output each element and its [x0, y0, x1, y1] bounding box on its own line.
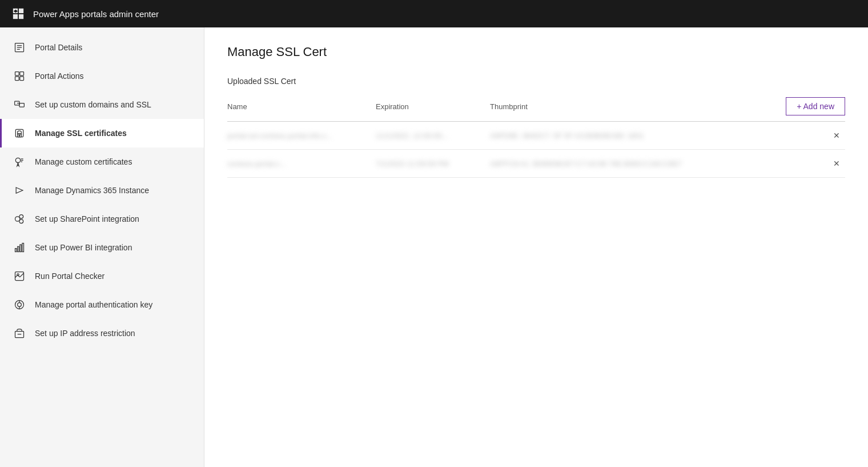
section-title: Uploaded SSL Cert — [227, 77, 845, 86]
sidebar-item-portal-checker[interactable]: Run Portal Checker — [0, 262, 204, 290]
domains-icon — [13, 98, 26, 111]
svg-rect-9 — [15, 72, 19, 76]
sidebar-item-custom-domains[interactable]: Set up custom domains and SSL — [0, 90, 204, 119]
dynamics-icon — [13, 184, 26, 197]
sidebar-label-manage-custom-certs: Manage custom certificates — [35, 157, 132, 167]
sidebar-label-auth-key: Manage portal authentication key — [35, 300, 152, 310]
page-title: Manage SSL Cert — [227, 45, 845, 59]
sidebar-item-sharepoint[interactable]: Set up SharePoint integration — [0, 205, 204, 233]
sidebar-label-custom-domains: Set up custom domains and SSL — [35, 99, 151, 110]
row2-delete-button[interactable]: ✕ — [828, 159, 845, 168]
svg-rect-14 — [19, 103, 24, 107]
svg-point-18 — [19, 135, 20, 136]
sharepoint-icon — [13, 213, 26, 225]
sidebar-item-auth-key[interactable]: Manage portal authentication key — [0, 290, 204, 319]
svg-rect-28 — [18, 246, 19, 252]
svg-rect-27 — [15, 249, 17, 252]
sidebar-item-manage-custom-certs[interactable]: Manage custom certificates — [0, 147, 204, 176]
table-row: portal-ssl-contoso.portal.info.c... 11/1… — [227, 122, 845, 150]
row2-name: contoso.portal.c... — [227, 159, 376, 168]
svg-line-35 — [20, 273, 24, 277]
sidebar-label-dynamics-instance: Manage Dynamics 365 Instance — [35, 185, 149, 195]
row1-thumbprint: A9FD9E: 384DC7: 5F 5F A3:B0B080:B9: 1601 — [490, 131, 828, 140]
sidebar-item-powerbi[interactable]: Set up Power BI integration — [0, 233, 204, 262]
svg-rect-29 — [20, 245, 22, 252]
sidebar-label-sharepoint: Set up SharePoint integration — [35, 214, 139, 224]
app-title: Power Apps portals admin center — [33, 9, 159, 19]
auth-icon — [13, 298, 26, 311]
svg-rect-2 — [13, 14, 18, 19]
svg-point-26 — [19, 219, 23, 223]
actions-icon — [13, 70, 26, 82]
col-name: Name — [227, 102, 376, 111]
row1-expiration: 11/1/2022, 12:00:00... — [376, 131, 490, 140]
svg-rect-3 — [19, 14, 23, 19]
add-new-button[interactable]: + Add new — [786, 97, 845, 115]
svg-point-25 — [19, 215, 23, 219]
svg-rect-1 — [19, 9, 23, 13]
col-thumbprint: Thumbprint — [490, 102, 786, 111]
sidebar-label-portal-actions: Portal Actions — [35, 71, 84, 81]
sidebar-label-portal-details: Portal Details — [35, 42, 82, 53]
sidebar-item-ip-restriction[interactable]: Set up IP address restriction — [0, 319, 204, 348]
sidebar-item-manage-ssl[interactable]: Manage SSL certificates — [0, 119, 204, 147]
row1-name: portal-ssl-contoso.portal.info.c... — [227, 131, 376, 140]
sidebar-item-dynamics-instance[interactable]: Manage Dynamics 365 Instance — [0, 176, 204, 205]
powerbi-icon — [13, 241, 26, 254]
ip-icon — [13, 327, 26, 340]
row1-delete-button[interactable]: ✕ — [828, 131, 845, 140]
main-layout: Portal Details Portal Actions — [0, 27, 868, 467]
ssl-icon — [13, 127, 26, 139]
row2-thumbprint: A8FFC8:A1: B099098:B7:C7:A0:98 76E:B900:… — [490, 159, 828, 168]
list-icon — [13, 41, 26, 54]
main-content: Manage SSL Cert Uploaded SSL Cert Name E… — [204, 27, 868, 467]
checker-icon — [13, 270, 26, 282]
table-row: contoso.portal.c... 7/1/2023 11:59:59 PM… — [227, 150, 845, 178]
sidebar-label-manage-ssl: Manage SSL certificates — [35, 128, 127, 138]
svg-rect-10 — [20, 72, 24, 76]
sidebar-label-portal-checker: Run Portal Checker — [35, 271, 105, 281]
col-expiry: Expiration — [376, 102, 490, 111]
sidebar-label-powerbi: Set up Power BI integration — [35, 242, 132, 253]
app-logo — [11, 7, 25, 21]
topbar: Power Apps portals admin center — [0, 0, 868, 27]
svg-rect-30 — [22, 244, 24, 252]
row2-expiration: 7/1/2023 11:59:59 PM — [376, 159, 490, 168]
svg-marker-23 — [16, 187, 23, 193]
svg-rect-11 — [15, 77, 19, 81]
sidebar-item-portal-actions[interactable]: Portal Actions — [0, 62, 204, 90]
sidebar-item-portal-details[interactable]: Portal Details — [0, 33, 204, 62]
sidebar: Portal Details Portal Actions — [0, 27, 204, 467]
table-header-row: Name Expiration Thumbprint + Add new — [227, 97, 845, 122]
svg-rect-12 — [20, 77, 24, 81]
svg-point-37 — [18, 303, 22, 307]
table-actions: + Add new — [786, 97, 845, 115]
sidebar-label-ip-restriction: Set up IP address restriction — [35, 328, 135, 338]
cert-icon — [13, 155, 26, 168]
